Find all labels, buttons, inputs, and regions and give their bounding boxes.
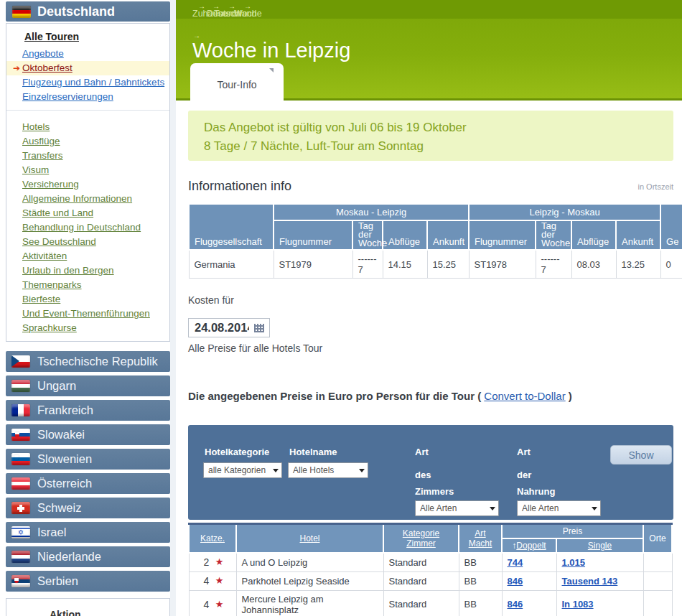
flight-col-flightno-1: Flugnummer — [274, 220, 352, 250]
hotel-col-double: ↑Doppelt — [502, 538, 556, 553]
food-type-label-line2: der — [517, 470, 531, 480]
hotel-name-cell: Mercure Leipzig am Johannisplatz — [236, 590, 383, 616]
sidebar-item-visum[interactable]: Visum — [6, 163, 169, 177]
price-currency-line: Die angegebenen Preise in Euro pro Perso… — [188, 390, 572, 402]
hotel-table-row: 4★ Parkhotel Leipzig Seaside Standard BB… — [189, 571, 672, 590]
hungary-flag-icon — [11, 380, 30, 392]
hotel-price-table: Katze. Hotel Kategorie Zimmer Art Macht … — [188, 523, 673, 616]
sidebar-item-allgemeine-informationen[interactable]: Allgemeine Informationen — [6, 192, 169, 206]
date-input[interactable] — [189, 319, 249, 337]
sidebar-country-serbia[interactable]: Serbien — [6, 571, 170, 592]
czech-flag-icon — [11, 355, 30, 368]
hotel-col-katze: Katze. — [189, 524, 236, 554]
aktion-label: Aktion — [50, 609, 81, 616]
flight-col-flightno-2: Flugnummer — [469, 220, 536, 250]
flight-departure-2: 08.03 — [571, 250, 616, 279]
hotel-art-cell: BB — [459, 553, 502, 571]
sidebar-country-slovenia[interactable]: Slowenien — [6, 449, 170, 470]
hotel-category-cell: Standard — [383, 553, 459, 571]
sidebar-item-see-deutschland[interactable]: See Deutschland — [6, 235, 169, 249]
hotel-single-price-cell: 1.015 — [556, 553, 643, 571]
double-price-link[interactable]: 744 — [508, 557, 523, 568]
netherlands-flag-icon — [11, 551, 30, 563]
flight-arrival-1: 15.25 — [427, 250, 469, 279]
sidebar-item-transfers[interactable]: Transfers — [6, 149, 169, 163]
menu-divider — [6, 110, 169, 111]
dropdown-arrow-icon — [490, 507, 495, 510]
show-button[interactable]: Show — [610, 445, 672, 465]
sidebar-item-flugzeug-bahn[interactable]: Flugzeug und Bahn / Bahntickets — [6, 75, 169, 90]
sidebar-country-netherlands[interactable]: Niederlande — [6, 546, 170, 567]
serbia-flag-icon — [11, 575, 30, 587]
star-icon: ★ — [215, 599, 224, 610]
room-type-label-line3: Zimmers — [415, 486, 454, 497]
calendar-icon[interactable] — [254, 324, 264, 332]
hotel-col-category: Kategorie Zimmer — [383, 524, 459, 554]
single-price-link[interactable]: 1.015 — [562, 557, 586, 568]
double-price-link[interactable]: 846 — [508, 576, 523, 587]
sidebar-country-czech-republic[interactable]: Tschechische Republik — [6, 351, 170, 372]
hotel-single-price-cell: In 1083 — [556, 590, 643, 616]
sidebar-item-oktoberfest[interactable]: ➔ Oktoberfest — [6, 61, 169, 75]
sidebar-item-hotels[interactable]: Hotels — [6, 120, 169, 134]
austria-flag-icon — [11, 477, 30, 490]
sidebar-item-behandlung[interactable]: Behandlung in Deutschland — [6, 220, 169, 235]
country-list: Tschechische Republik Ungarn Frankreich … — [6, 351, 170, 595]
sidebar-country-france[interactable]: Frankreich — [6, 400, 170, 421]
offer-line-1: Das Angebot ist gültig von Juli 06 bis 1… — [204, 118, 673, 137]
sidebar-country-austria[interactable]: Österreich — [6, 473, 170, 494]
hotel-category-cell: Standard — [383, 571, 459, 590]
sidebar-item-versicherung[interactable]: Versicherung — [6, 177, 169, 192]
sidebar-main-divider — [170, 0, 176, 616]
breadcrumb-current-link[interactable]: Woche — [234, 9, 262, 19]
sidebar-item-event-themenfuehrungen[interactable]: Und Event-Themenführungen — [6, 307, 169, 321]
france-flag-icon — [11, 404, 30, 416]
hotel-table-row: 4★ Mercure Leipzig am Johannisplatz Stan… — [189, 590, 672, 616]
hotel-art-cell: BB — [459, 571, 502, 590]
sidebar-country-israel[interactable]: Israel — [6, 522, 170, 543]
tab-tour-info[interactable]: Tour-Info — [190, 63, 284, 101]
active-item-arrow-icon: ➔ — [13, 61, 20, 75]
offer-validity-box: Das Angebot ist gültig von Juli 06 bis 1… — [188, 111, 673, 161]
tab-corner-icon — [269, 68, 274, 73]
sidebar-header-germany[interactable]: Deutschland — [6, 1, 170, 22]
sidebar-item-angebote[interactable]: Angebote — [6, 47, 169, 61]
room-type-select[interactable]: Alle Arten — [415, 500, 499, 516]
hotel-name-select[interactable]: Alle Hotels — [288, 462, 368, 478]
date-picker[interactable] — [188, 318, 270, 337]
sidebar-item-bierfeste[interactable]: Bierfeste — [6, 292, 169, 307]
sidebar-item-ausfluege[interactable]: Ausflüge — [6, 134, 169, 149]
room-type-label-line2: des — [415, 470, 431, 480]
israel-flag-icon — [11, 526, 30, 538]
flight-col-arrival-1: Ankunft — [427, 220, 469, 250]
flight-departure-1: 14.15 — [383, 250, 427, 279]
flight-col-weekday-1: Tag der Woche — [352, 220, 383, 250]
sidebar-country-switzerland[interactable]: Schweiz — [6, 498, 170, 518]
hotel-category-select[interactable]: alle Kategorien — [203, 462, 282, 478]
single-price-link[interactable]: Tausend 143 — [562, 576, 618, 587]
food-type-label-line1: Art — [517, 447, 531, 457]
flight-group-leipzig-moskau: Leipzig - Moskau — [469, 204, 660, 220]
flight-table: Fluggesellschaft Moskau - Leipzig Leipzi… — [188, 203, 682, 279]
convert-to-dollar-link[interactable]: Convert to-Dollar — [484, 390, 565, 402]
hotel-name-cell: A und O Leipzig — [236, 553, 383, 571]
double-price-link[interactable]: 846 — [508, 599, 523, 610]
sidebar-item-aktivitaeten[interactable]: Aktivitäten — [6, 249, 169, 263]
sidebar-item-einzelreservierungen[interactable]: Einzelreservierungen — [6, 90, 169, 104]
all-prices-note: Alle Preise für alle Hotels Tour — [188, 342, 322, 354]
sidebar-item-urlaub-bergen[interactable]: Urlaub in den Bergen — [6, 263, 169, 278]
sidebar-item-sprachkurse[interactable]: Sprachkurse — [6, 321, 169, 335]
all-tours-link[interactable]: Alle Touren — [24, 31, 169, 42]
flight-col-departure-2: Abflüge — [571, 220, 616, 250]
star-icon: ★ — [215, 556, 224, 567]
slovenia-flag-icon — [11, 453, 30, 465]
hotel-orte-cell — [643, 590, 672, 616]
sidebar-country-hungary[interactable]: Ungarn — [6, 375, 170, 396]
hotel-category-cell: Standard — [383, 590, 459, 616]
sidebar-item-staedte-und-land[interactable]: Städte und Land — [6, 206, 169, 220]
single-price-link[interactable]: In 1083 — [562, 599, 594, 610]
sidebar-country-slovakia[interactable]: Slowakei — [6, 424, 170, 445]
main-content: → → → → Zuhause Deutschland Touren Woche… — [176, 0, 682, 616]
sidebar-item-themenparks[interactable]: Themenparks — [6, 278, 169, 292]
food-type-select[interactable]: Alle Arten — [517, 500, 601, 516]
